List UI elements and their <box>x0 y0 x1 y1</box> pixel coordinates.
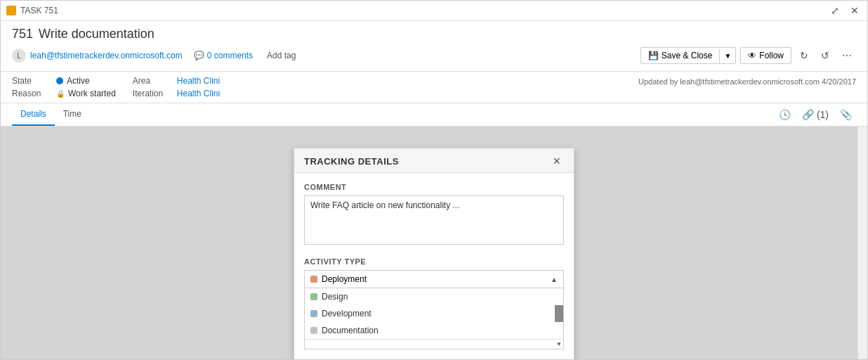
activity-type-label: ACTIVITY TYPE <box>304 257 564 266</box>
selected-activity-label: Deployment <box>322 274 367 284</box>
iteration-value: Health Clini <box>177 89 220 98</box>
avatar-initial: L <box>17 52 21 60</box>
work-item-title: 751 Write documentation <box>12 27 856 41</box>
activity-dropdown-list: Design Development <box>304 288 564 349</box>
scroll-down-arrow[interactable]: ▼ <box>556 341 562 347</box>
area-value: Health Clini <box>177 76 220 86</box>
tabs-bar: Details Time 🕓 🔗 (1) 📎 <box>1 103 867 127</box>
comment-icon: 💬 <box>194 51 204 60</box>
content-area: Details Time 🕓 🔗 (1) 📎 TRACKING DETAILS <box>1 103 867 359</box>
save-close-label: Save & Close <box>662 51 713 60</box>
comments-button[interactable]: 💬 0 comments <box>191 49 256 62</box>
save-close-dropdown-button[interactable]: ▼ <box>719 49 735 63</box>
iteration-row: Iteration Health Clini <box>133 89 220 98</box>
follow-icon: 👁 <box>748 51 756 60</box>
work-item-id: 751 <box>12 27 33 41</box>
activity-type-field: ACTIVITY TYPE Deployment ▲ <box>304 257 564 349</box>
area-group: Area Health Clini Iteration Health Clini <box>133 76 220 98</box>
toolbar-right: 💾 Save & Close ▼ 👁 Follow ↻ ↺ ⋯ <box>640 47 856 64</box>
fields-area: State Active Reason 🔒 Work started Area … <box>1 72 867 103</box>
development-swatch <box>310 310 317 317</box>
user-email: leah@tfstimetrackerdev.onmicrosoft.com <box>30 51 183 60</box>
activity-selected[interactable]: Deployment ▲ <box>304 270 564 288</box>
reason-value: Work started <box>68 89 116 98</box>
tab-time[interactable]: Time <box>55 103 90 126</box>
more-options-button[interactable]: ⋯ <box>838 47 856 64</box>
save-icon: 💾 <box>648 51 659 60</box>
title-bar: TASK 751 ⤢ ✕ <box>1 1 867 21</box>
reason-value-container: 🔒 Work started <box>56 89 116 98</box>
attachment-icon-button[interactable]: 📎 <box>836 106 856 123</box>
dialog-close-button[interactable]: ✕ <box>550 155 564 167</box>
history-icon-button[interactable]: 🕓 <box>775 106 795 123</box>
state-value: Active <box>67 76 90 86</box>
state-group: State Active Reason 🔒 Work started <box>12 76 116 98</box>
right-panel: Details Time 🕓 🔗 (1) 📎 TRACKING DETAILS <box>1 103 867 359</box>
dialog-body: COMMENT Write FAQ article on new functio… <box>294 173 574 359</box>
follow-button[interactable]: 👁 Follow <box>740 47 791 64</box>
toolbar: L leah@tfstimetrackerdev.onmicrosoft.com… <box>12 47 856 64</box>
design-swatch <box>310 293 317 300</box>
activity-design-label: Design <box>322 292 348 302</box>
documentation-swatch <box>310 327 317 334</box>
activity-development-label: Development <box>322 309 371 319</box>
save-close-group: 💾 Save & Close ▼ <box>640 47 737 64</box>
area-label: Area <box>133 76 171 86</box>
main-window: TASK 751 ⤢ ✕ 751 Write documentation L l… <box>0 0 868 360</box>
dialog-title: TRACKING DETAILS <box>304 156 399 167</box>
iteration-label: Iteration <box>133 89 171 98</box>
activity-documentation-label: Documentation <box>322 326 379 335</box>
dropdown-scrollthumb <box>555 305 563 322</box>
state-row: State Active <box>12 76 116 86</box>
activity-item-design[interactable]: Design <box>305 288 563 305</box>
lock-icon: 🔒 <box>56 90 65 98</box>
tracking-details-dialog: TRACKING DETAILS ✕ COMMENT Write FAQ art… <box>294 148 574 359</box>
save-close-button[interactable]: 💾 Save & Close <box>641 48 720 63</box>
refresh-button[interactable]: ↻ <box>796 47 813 64</box>
dropdown-arrow-icon: ▲ <box>551 276 558 283</box>
title-bar-right: ⤢ ✕ <box>828 4 862 18</box>
comments-count: 0 comments <box>207 51 253 60</box>
updated-info: Updated by leah@tfstimetrackerdev.onmicr… <box>638 76 856 86</box>
comment-textarea[interactable]: Write FAQ article on new functionality .… <box>304 195 564 245</box>
area-row: Area Health Clini <box>133 76 220 86</box>
close-window-button[interactable]: ✕ <box>848 4 862 18</box>
work-item-name: Write documentation <box>39 27 154 41</box>
add-tag-button[interactable]: Add tag <box>264 49 298 62</box>
comment-field: COMMENT Write FAQ article on new functio… <box>304 183 564 248</box>
state-dot <box>56 77 63 84</box>
modal-overlay: TRACKING DETAILS ✕ COMMENT Write FAQ art… <box>1 127 867 359</box>
maximize-button[interactable]: ⤢ <box>828 4 842 18</box>
link-icon-button[interactable]: 🔗 (1) <box>798 106 833 123</box>
main-scrollbar[interactable] <box>857 127 867 359</box>
work-item-header: 751 Write documentation L leah@tfstimetr… <box>1 21 867 72</box>
main-content: TRACKING DETAILS ✕ COMMENT Write FAQ art… <box>1 127 867 359</box>
tab-details[interactable]: Details <box>12 103 55 126</box>
follow-label: Follow <box>759 51 784 60</box>
dialog-header: TRACKING DETAILS ✕ <box>294 148 574 173</box>
task-icon <box>6 6 16 15</box>
activity-item-documentation[interactable]: Documentation <box>305 322 563 339</box>
comment-label: COMMENT <box>304 183 564 191</box>
window-title: TASK 751 <box>20 6 58 15</box>
activity-dropdown-wrapper: Deployment ▲ Design <box>304 270 564 349</box>
tabs-icons: 🕓 🔗 (1) 📎 <box>775 106 856 123</box>
activity-item-development[interactable]: Development <box>305 305 563 322</box>
undo-button[interactable]: ↺ <box>817 47 834 64</box>
activity-selected-left: Deployment <box>310 274 367 284</box>
state-label: State <box>12 76 51 86</box>
avatar: L <box>12 49 26 63</box>
reason-label: Reason <box>12 89 51 98</box>
title-bar-left: TASK 751 <box>6 6 58 15</box>
reason-row: Reason 🔒 Work started <box>12 89 116 98</box>
dropdown-scroll-down: ▼ <box>305 339 563 349</box>
user-info: L leah@tfstimetrackerdev.onmicrosoft.com <box>12 49 183 63</box>
state-value-container: Active <box>56 76 90 86</box>
selected-activity-swatch <box>310 276 317 283</box>
